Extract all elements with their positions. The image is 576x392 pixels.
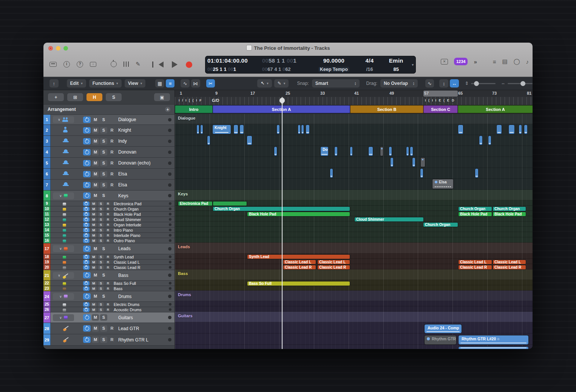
region[interactable]	[524, 125, 528, 134]
track-name[interactable]: Interlude Piano	[112, 233, 167, 238]
track-name[interactable]: Donovan	[117, 149, 167, 155]
disclosure-chevron-icon[interactable]: ∨	[59, 247, 62, 251]
record-enable-button[interactable]: R	[105, 207, 111, 211]
inspector-icon[interactable]: i	[63, 61, 70, 68]
disclosure-chevron-icon[interactable]: ∨	[58, 118, 60, 121]
record-enable-button[interactable]: R	[105, 217, 111, 222]
mute-button[interactable]: M	[91, 260, 97, 264]
mute-button[interactable]: M	[92, 171, 99, 177]
library-icon[interactable]: ↓	[90, 62, 96, 67]
record-enable-button[interactable]: R	[105, 302, 111, 307]
solo-tracks-button[interactable]: S	[106, 93, 122, 101]
solo-button[interactable]: S	[100, 314, 107, 321]
beat-ruler[interactable]: I / I [ ( I FG/DI ( I I E ( E D	[175, 97, 533, 105]
record-enable-button[interactable]: R	[105, 238, 111, 243]
record-enable-button[interactable]: R	[105, 265, 111, 270]
region-church-organ[interactable]: Church Organ	[423, 222, 458, 227]
mute-button[interactable]: M	[91, 286, 97, 291]
mute-button[interactable]: M	[92, 246, 99, 252]
track-name[interactable]: Rhythm GTR L	[117, 337, 167, 343]
solo-button[interactable]: S	[98, 286, 104, 291]
solo-button[interactable]: S	[100, 337, 107, 343]
list-editors-icon[interactable]: ≡	[493, 58, 496, 65]
track-on-button[interactable]	[83, 246, 91, 252]
region[interactable]	[420, 157, 425, 167]
solo-button[interactable]: S	[100, 117, 107, 123]
region[interactable]	[479, 135, 483, 145]
waveform-zoom-icon[interactable]: ∿	[425, 79, 434, 88]
track-header-bass[interactable]: 21∨MSBass	[43, 270, 174, 281]
arrangement-marker-section-a[interactable]: Section A	[458, 105, 533, 113]
bar-ruler[interactable]: 19172533414957657381	[175, 90, 533, 97]
track-on-button[interactable]	[83, 302, 90, 307]
record-enable-button[interactable]: R	[105, 281, 111, 286]
track-name[interactable]: Indy	[117, 138, 167, 144]
keep-tempo-label[interactable]: Keep Tempo	[318, 67, 349, 72]
record-enable-button[interactable]: R	[108, 138, 116, 145]
track-name[interactable]: Black Hole Pad	[112, 212, 167, 217]
region[interactable]	[412, 157, 415, 167]
disclosure-chevron-icon[interactable]: ∨	[59, 295, 62, 298]
region[interactable]	[406, 146, 409, 156]
mute-button[interactable]: M	[91, 228, 97, 232]
record-enable-button[interactable]: R	[105, 223, 111, 227]
track-on-button[interactable]	[83, 228, 90, 232]
record-enable-button[interactable]: R	[108, 127, 116, 134]
region[interactable]	[458, 346, 529, 349]
region-classic-lead-r[interactable]: Classic Lead R	[283, 265, 316, 270]
track-on-button[interactable]	[83, 293, 91, 300]
track-on-button[interactable]	[83, 127, 91, 134]
track-on-button[interactable]	[83, 314, 91, 321]
region[interactable]	[508, 125, 515, 134]
track-name[interactable]: Elsa	[117, 182, 167, 188]
media-library-icon[interactable]: ♪	[526, 58, 529, 65]
mute-button[interactable]: M	[91, 302, 97, 307]
solo-button[interactable]: S	[98, 228, 104, 232]
mixer-icon[interactable]	[124, 61, 129, 67]
pointer-tool-selector[interactable]: ↖▾	[257, 79, 272, 88]
region[interactable]	[420, 168, 423, 178]
region[interactable]	[519, 125, 522, 134]
media-browser-icon[interactable]	[49, 62, 57, 67]
mute-button[interactable]: M	[91, 281, 97, 286]
solo-button[interactable]: S	[98, 265, 104, 270]
track-header-keys[interactable]: 8∨MSKeys	[43, 191, 174, 201]
drag-dropdown[interactable]: No Overlap▴▾	[380, 79, 418, 88]
solo-button[interactable]: S	[100, 246, 107, 252]
track-on-button[interactable]	[83, 160, 91, 166]
horizontal-zoom-slider[interactable]	[508, 83, 533, 84]
mute-button[interactable]: M	[91, 207, 97, 211]
region[interactable]	[496, 125, 502, 134]
region-black-hole-pad[interactable]: Black Hole Pad	[493, 212, 526, 217]
region-classic-lead-l[interactable]: Classic Lead L	[493, 260, 526, 264]
region[interactable]	[213, 201, 247, 206]
vertical-auto-zoom-icon[interactable]: ↕	[439, 79, 448, 88]
region[interactable]	[334, 146, 338, 156]
record-enable-button[interactable]: R	[108, 337, 116, 343]
region-do[interactable]: Do	[320, 146, 329, 156]
mute-button[interactable]: M	[91, 201, 97, 206]
track-header-lead-gtr[interactable]: 28MSRLead GTR	[43, 323, 174, 334]
track-on-button[interactable]	[83, 307, 90, 312]
disclosure-chevron-icon[interactable]: ∨	[59, 194, 62, 198]
region-classic-lead-l[interactable]: Classic Lead L	[458, 260, 492, 264]
record-enable-button[interactable]: R	[105, 212, 111, 217]
arrangement-marker-intro[interactable]: Intro	[175, 105, 213, 113]
solo-button[interactable]: S	[98, 217, 104, 222]
join-regions-icon[interactable]: ∿	[181, 79, 190, 88]
track-name[interactable]: Classic Lead R	[112, 265, 167, 270]
track-name[interactable]: Cloud Shimmer	[112, 217, 167, 222]
solo-button[interactable]: S	[98, 223, 104, 227]
horizontal-auto-zoom-icon[interactable]: ↔	[450, 79, 459, 88]
solo-button[interactable]: S	[100, 149, 107, 155]
track-name[interactable]: Acoustic Drums	[112, 307, 167, 312]
region[interactable]	[410, 146, 413, 156]
mute-button[interactable]: M	[92, 192, 99, 199]
track-name[interactable]: Dialogue	[117, 117, 167, 122]
track-on-button[interactable]	[83, 325, 91, 332]
mute-button[interactable]: M	[92, 314, 99, 321]
track-on-button[interactable]	[83, 138, 91, 145]
track-name[interactable]: Church Organ	[112, 207, 167, 211]
track-on-button[interactable]	[83, 212, 90, 217]
region-classic-lead-l[interactable]: Classic Lead L	[283, 260, 316, 264]
